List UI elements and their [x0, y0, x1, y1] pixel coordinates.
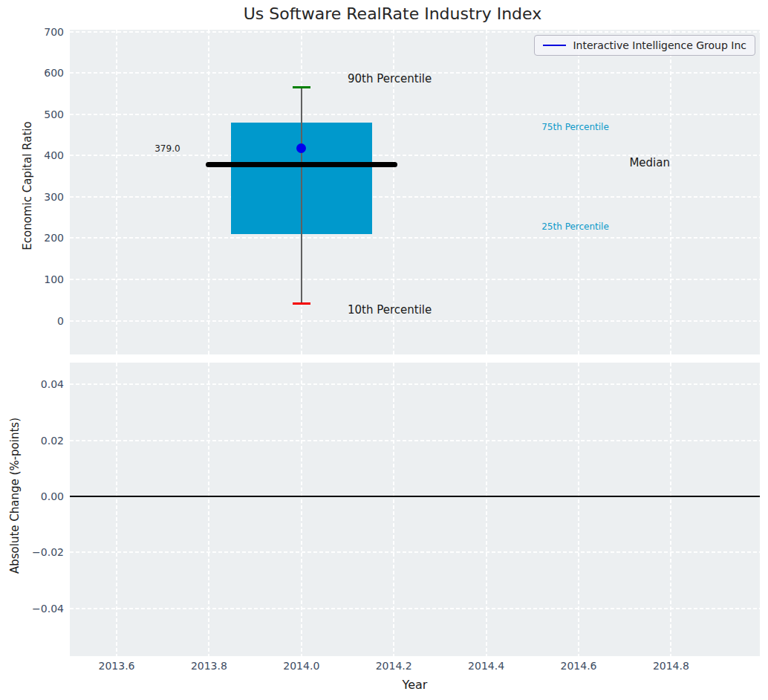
gridline-vertical	[393, 363, 394, 656]
legend: Interactive Intelligence Group Inc	[534, 35, 755, 56]
x-tick-label: 2014.8	[637, 660, 704, 672]
y-tick-label: 600	[0, 66, 64, 80]
annotation-25th-percentile: 25th Percentile	[541, 221, 609, 232]
gridline-horizontal	[70, 279, 760, 280]
gridline-vertical	[578, 30, 579, 354]
gridline-vertical	[486, 363, 487, 656]
x-tick-label: 2014.2	[360, 660, 427, 672]
y-tick-label: 500	[0, 108, 64, 121]
gridline-vertical	[301, 363, 302, 656]
whisker-cap-10th	[293, 302, 310, 305]
y-tick-label: 100	[0, 273, 64, 286]
x-axis-label: Year	[70, 678, 760, 692]
gridline-horizontal	[70, 320, 760, 322]
annotation-median: Median	[629, 156, 670, 169]
y-tick-label: −0.02	[0, 545, 64, 559]
gridline-horizontal	[70, 608, 760, 609]
whisker-line	[301, 88, 302, 304]
y-tick-label: 400	[0, 149, 64, 162]
industry-index-panel: Interactive Intelligence Group Inc 90th …	[70, 30, 760, 354]
x-tick-label: 2013.8	[175, 660, 242, 672]
gridline-vertical	[116, 30, 117, 354]
x-tick-label: 2014.6	[545, 660, 612, 672]
figure: Us Software RealRate Industry Index Inte…	[0, 0, 768, 700]
legend-label: Interactive Intelligence Group Inc	[573, 39, 746, 51]
y-tick-label: 0.00	[0, 490, 64, 503]
gridline-horizontal	[70, 196, 760, 198]
y-tick-label: −0.04	[0, 602, 64, 615]
y-tick-label: 0.02	[0, 434, 64, 447]
gridline-horizontal	[70, 31, 760, 33]
gridline-vertical	[208, 363, 209, 656]
absolute-change-panel	[70, 363, 760, 656]
gridline-vertical	[670, 363, 671, 656]
gridline-horizontal	[70, 114, 760, 115]
gridline-horizontal	[70, 440, 760, 441]
y-tick-label: 300	[0, 190, 64, 204]
y-tick-label: 200	[0, 231, 64, 244]
y-tick-label: 0	[0, 314, 64, 328]
x-tick-label: 2013.6	[83, 660, 150, 672]
median-line	[206, 162, 397, 167]
gridline-vertical	[670, 30, 671, 354]
chart-title: Us Software RealRate Industry Index	[48, 4, 738, 23]
gridline-horizontal	[70, 551, 760, 553]
gridline-horizontal	[70, 237, 760, 239]
annotation-median-value: 379.0	[154, 143, 180, 154]
annotation-90th-percentile: 90th Percentile	[348, 72, 432, 85]
y-tick-label: 0.04	[0, 377, 64, 391]
gridline-vertical	[578, 363, 579, 656]
x-tick-label: 2014.4	[453, 660, 520, 672]
legend-line-swatch	[543, 45, 566, 47]
gridline-vertical	[208, 30, 209, 354]
gridline-vertical	[116, 363, 117, 656]
zero-line	[70, 496, 760, 497]
annotation-10th-percentile: 10th Percentile	[348, 303, 432, 317]
x-tick-label: 2014.0	[268, 660, 335, 672]
y-tick-label: 700	[0, 25, 64, 39]
annotation-75th-percentile: 75th Percentile	[541, 122, 609, 132]
whisker-cap-90th	[293, 86, 310, 88]
gridline-horizontal	[70, 383, 760, 385]
gridline-vertical	[486, 30, 487, 354]
